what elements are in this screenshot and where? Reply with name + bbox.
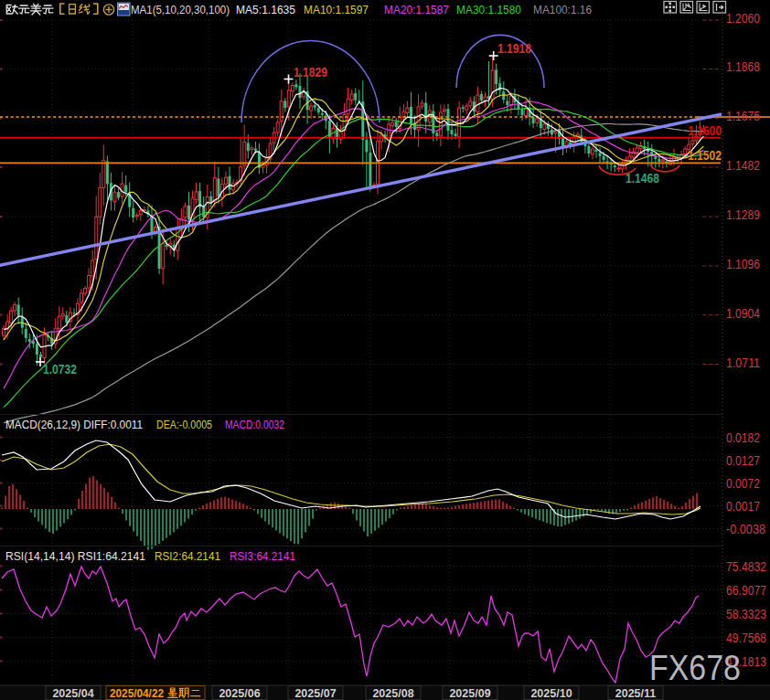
svg-text:2025/07: 2025/07 xyxy=(294,687,336,700)
svg-text:1.1096: 1.1096 xyxy=(726,257,760,271)
svg-text:75.4832: 75.4832 xyxy=(726,559,766,574)
svg-text:2025/04/22: 2025/04/22 xyxy=(110,687,164,700)
svg-text:0.0127: 0.0127 xyxy=(726,453,760,468)
svg-text:2025/06: 2025/06 xyxy=(219,687,260,700)
svg-text:1.0904: 1.0904 xyxy=(726,306,760,321)
svg-text:1.1482: 1.1482 xyxy=(726,158,760,173)
svg-text:49.7568: 49.7568 xyxy=(726,631,766,645)
svg-text:1.1289: 1.1289 xyxy=(726,207,760,222)
svg-text:1.1468: 1.1468 xyxy=(626,170,659,186)
svg-text:2025/10: 2025/10 xyxy=(530,687,572,700)
svg-text:2025/04: 2025/04 xyxy=(52,687,93,700)
svg-text:2025/08: 2025/08 xyxy=(372,687,413,700)
svg-text:2025/11: 2025/11 xyxy=(615,687,657,700)
svg-text:MA1(5,10,20,30,100): MA1(5,10,20,30,100) xyxy=(131,3,230,16)
svg-text:1.1918: 1.1918 xyxy=(497,40,531,56)
svg-text:MA5:1.1635: MA5:1.1635 xyxy=(236,3,295,16)
svg-text:MA10:1.1597: MA10:1.1597 xyxy=(304,3,369,16)
svg-text:1.1868: 1.1868 xyxy=(726,59,760,74)
svg-text:0.0182: 0.0182 xyxy=(726,430,760,445)
svg-text:FX678: FX678 xyxy=(649,648,741,687)
svg-text:0.0072: 0.0072 xyxy=(726,476,760,491)
svg-text:1.0732: 1.0732 xyxy=(43,361,77,377)
svg-text:1.1829: 1.1829 xyxy=(294,64,327,80)
svg-text:MA100:1.16: MA100:1.16 xyxy=(533,3,592,16)
svg-text:MA30:1.1580: MA30:1.1580 xyxy=(456,3,521,16)
svg-text:1.1600: 1.1600 xyxy=(688,122,722,138)
svg-text:58.3323: 58.3323 xyxy=(726,607,766,621)
svg-text:1.1675: 1.1675 xyxy=(726,109,760,123)
svg-text:0.0017: 0.0017 xyxy=(726,499,760,514)
svg-text:-0.0038: -0.0038 xyxy=(726,522,765,536)
svg-text:2025/09: 2025/09 xyxy=(449,687,490,700)
svg-text:1.1502: 1.1502 xyxy=(688,147,722,163)
svg-text:MA20:1.1587: MA20:1.1587 xyxy=(384,3,449,16)
svg-text:1.2060: 1.2060 xyxy=(726,11,760,26)
svg-text:1.0711: 1.0711 xyxy=(726,355,760,370)
svg-text:66.9077: 66.9077 xyxy=(726,583,766,598)
